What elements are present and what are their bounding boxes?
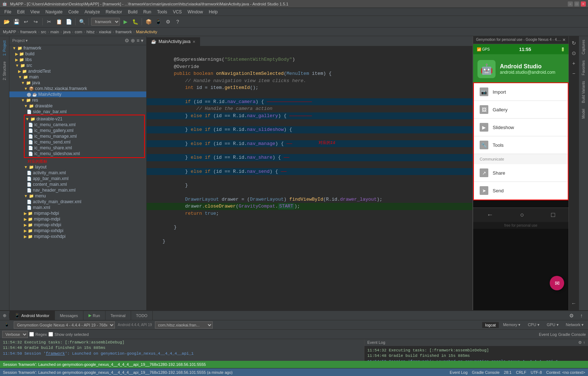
tree-java[interactable]: ▼📁java <box>9 80 146 86</box>
tree-androidtest[interactable]: ▶📁androidTest <box>9 68 146 74</box>
vtab-captures[interactable]: Captures <box>581 38 586 57</box>
bc-hitsz[interactable]: hitsz <box>86 30 95 34</box>
show-only-selected-checkbox[interactable] <box>48 332 53 337</box>
event-log-settings-icon[interactable]: ⚙ ↑ <box>578 340 585 345</box>
emu-back-side-btn[interactable]: ← <box>570 299 578 307</box>
tree-mipmap-xxhdpi[interactable]: ▶📁mipmap-xxhdpi <box>9 228 146 234</box>
toolbar-cut-btn[interactable]: ✂ <box>45 17 53 26</box>
bc-src[interactable]: src <box>41 30 46 34</box>
menu-edit[interactable]: Edit <box>14 9 27 15</box>
tree-ic-menu-manage[interactable]: 📄ic_menu_manage.xml <box>25 133 143 139</box>
gradle-console-tab[interactable]: Gradle Console <box>558 332 586 337</box>
monitor-tab-gpu[interactable]: GPU ▾ <box>544 322 562 328</box>
emu-nav-tools[interactable]: 🔧 Tools <box>474 136 568 154</box>
tree-drawable[interactable]: ▼📁drawable <box>9 103 146 109</box>
maximize-button[interactable]: □ <box>574 1 579 7</box>
menu-run[interactable]: Run <box>140 9 154 15</box>
tree-libs[interactable]: ▶📁libs <box>9 57 146 63</box>
tree-mainactivity[interactable]: ⬤☕MainActivity <box>9 91 146 97</box>
device-select[interactable]: Genymotion Google Nexus 4 - 4.4.4 - API … <box>14 321 115 329</box>
help-btn[interactable]: ? <box>173 17 182 26</box>
outer-tab-android-monitor[interactable]: 📱 Android Monitor <box>9 311 55 320</box>
menu-tools[interactable]: Tools <box>154 9 170 15</box>
tree-ic-menu-share[interactable]: 📄ic_menu_share.xml <box>25 145 143 151</box>
tree-nav-header[interactable]: 📄nav_header_main.xml <box>9 187 146 193</box>
emu-back-btn[interactable]: ← <box>487 211 493 219</box>
toolbar-paste-btn[interactable]: 📄 <box>64 17 73 26</box>
emu-nav-share[interactable]: ↗ Share <box>474 164 568 182</box>
menu-navigate[interactable]: Navigate <box>43 9 65 15</box>
bc-java[interactable]: java <box>63 30 70 34</box>
tree-menu[interactable]: ▼📁menu <box>9 193 146 199</box>
emu-vol-up-btn[interactable]: + <box>570 59 578 67</box>
close-button[interactable]: ✕ <box>581 1 586 7</box>
tree-package[interactable]: ▼📦com.hitsz.xiaokai.framwork <box>9 86 146 91</box>
tree-activity-main[interactable]: 📄activity_main.xml <box>9 170 146 176</box>
package-select[interactable]: com.hitsz.xiaokai.fran... <box>155 321 213 329</box>
emu-nav-send[interactable]: ➤ Send <box>474 182 568 200</box>
menu-refactor[interactable]: Refactor <box>103 9 125 15</box>
vtab-build-variants[interactable]: Build Variants <box>581 79 586 105</box>
emu-home-btn[interactable]: ○ <box>520 211 524 219</box>
status-event-log[interactable]: Event Log <box>450 370 468 375</box>
tree-layout[interactable]: ▼📁layout <box>9 164 146 170</box>
bc-com[interactable]: com <box>75 30 82 34</box>
tree-activity-main-drawer[interactable]: 📄activity_main_drawer.xml <box>9 199 146 205</box>
bc-framwork[interactable]: framwork <box>20 30 36 34</box>
menu-build[interactable]: Build <box>125 9 140 15</box>
monitor-tab-network[interactable]: Network ▾ <box>563 322 587 328</box>
run-config-dropdown[interactable]: framwork <box>91 18 120 26</box>
tree-ic-menu-send[interactable]: 📄ic_menu_send.xml <box>25 139 143 145</box>
vtab-project[interactable]: 1: Project <box>2 38 7 59</box>
toolbar-open-btn[interactable]: 📂 <box>2 17 11 26</box>
bottom-settings-btn[interactable]: ⚙ <box>567 311 576 320</box>
menu-vcs[interactable]: VCS <box>170 9 185 15</box>
tree-mipmap-mdpi[interactable]: ▶📁mipmap-mdpi <box>9 216 146 222</box>
event-log-tab[interactable]: Event Log <box>539 332 557 337</box>
tree-mipmap-xhdpi[interactable]: ▶📁mipmap-xhdpi <box>9 222 146 228</box>
vtab-favorites[interactable]: Favorites <box>581 58 586 77</box>
tree-ic-menu-slideshow[interactable]: 📄ic_menu_slideshow.xml <box>25 151 143 157</box>
vtab-model[interactable]: Model <box>581 107 586 121</box>
sdk-manager-btn[interactable]: 📦 <box>144 17 153 26</box>
monitor-tab-logcat[interactable]: logcat <box>482 322 498 328</box>
emulator-close-icon[interactable]: ✕ <box>562 38 566 42</box>
bc-framwork2[interactable]: framwork <box>116 30 132 34</box>
tree-mipmap-xxxhdpi[interactable]: ▶📁mipmap-xxxhdpi <box>9 234 146 239</box>
bc-myapp[interactable]: MyAPP <box>3 30 16 34</box>
debug-btn[interactable]: 🐛 <box>131 17 139 26</box>
regex-checkbox[interactable] <box>29 332 34 337</box>
menu-analyze[interactable]: Analyze <box>82 9 103 15</box>
monitor-tab-cpu[interactable]: CPU ▾ <box>525 322 542 328</box>
avd-manager-btn[interactable]: 📱 <box>154 17 163 26</box>
run-btn[interactable]: ▶ <box>121 17 130 26</box>
emu-vol-down-btn[interactable]: − <box>570 69 578 77</box>
menu-view[interactable]: View <box>27 9 43 15</box>
outer-tab-terminal[interactable]: Terminal <box>105 311 131 320</box>
monitor-tab-memory[interactable]: Memory ▾ <box>500 322 524 328</box>
bottom-expand-btn[interactable]: ↑ <box>577 311 586 320</box>
emu-fab-button[interactable]: ✉ <box>550 276 564 290</box>
emu-nav-slideshow[interactable]: ▶ Slideshow <box>474 119 568 136</box>
tree-framwork[interactable]: ▼📁framwork <box>9 45 146 51</box>
tree-app-bar-main[interactable]: 📄app_bar_main.xml <box>9 176 146 181</box>
settings-btn[interactable]: ⚙ <box>164 17 172 26</box>
tab-close-icon[interactable]: ✕ <box>193 40 195 44</box>
outer-tab-todo[interactable]: TODO <box>131 311 153 320</box>
outer-tab-run[interactable]: ▶ Run <box>83 311 105 320</box>
tree-main[interactable]: ▼📁main <box>9 74 146 80</box>
menu-window[interactable]: Window <box>185 9 206 15</box>
vtab-structure[interactable]: 2: Structure <box>2 59 7 83</box>
emu-nav-import[interactable]: 📷 Import <box>474 83 568 101</box>
tree-ic-menu-camera[interactable]: 📄ic_menu_camera.xml <box>25 122 143 128</box>
toolbar-redo-btn[interactable]: ↪ <box>31 17 40 26</box>
toolbar-find-btn[interactable]: 🔍 <box>78 17 86 26</box>
bc-xiaokai[interactable]: xiaokai <box>99 30 111 34</box>
toolbar-copy-btn[interactable]: 📋 <box>55 17 63 26</box>
editor-tab-mainactivity[interactable]: ☕ MainActivity.java ✕ <box>147 37 200 46</box>
menu-file[interactable]: File <box>1 9 14 15</box>
tree-build[interactable]: ▶📁build <box>9 51 146 57</box>
tree-src[interactable]: ▼📁src <box>9 63 146 68</box>
status-gradle-console[interactable]: Gradle Console <box>472 370 500 375</box>
tree-side-nav-bar[interactable]: 📄side_nav_bar.xml <box>9 109 146 115</box>
